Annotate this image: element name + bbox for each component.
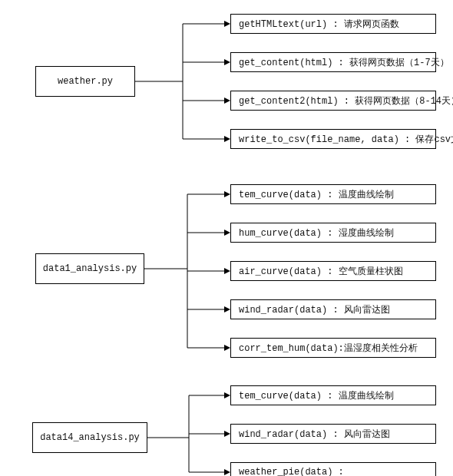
func-box-get_content2: get_content2(html) : 获得网页数据（8-14天）: [230, 91, 436, 111]
func-box-air_curve: air_curve(data) : 空气质量柱状图: [230, 261, 436, 281]
func-label: get_content(html) : 获得网页数据（1-7天）: [239, 56, 449, 69]
file-label: weather.py: [58, 76, 113, 87]
svg-marker-21: [224, 345, 230, 351]
svg-marker-29: [224, 469, 230, 475]
func-box-corr_tem_hum: corr_tem_hum(data):温湿度相关性分析: [230, 338, 436, 358]
func-label: write_to_csv(file_name, data) : 保存csv文件: [239, 133, 453, 146]
func-box-wind_radar1: wind_radar(data) : 风向雷达图: [230, 299, 436, 319]
svg-marker-25: [224, 392, 230, 398]
func-box-getHTMLtext: getHTMLtext(url) : 请求网页函数: [230, 14, 436, 34]
func-label: wind_radar(data) : 风向雷达图: [239, 303, 390, 316]
file-label: data14_analysis.py: [40, 432, 140, 443]
svg-marker-17: [224, 268, 230, 274]
func-label: hum_curve(data) : 湿度曲线绘制: [239, 226, 394, 240]
func-box-tem_curve14: tem_curve(data) : 温度曲线绘制: [230, 385, 436, 405]
svg-marker-13: [224, 191, 230, 197]
func-box-write_to_csv: write_to_csv(file_name, data) : 保存csv文件: [230, 129, 436, 149]
func-box-hum_curve: hum_curve(data) : 湿度曲线绘制: [230, 223, 436, 243]
file-box-weather: weather.py: [35, 66, 135, 97]
func-label: wind_radar(data) : 风向雷达图: [239, 428, 390, 441]
func-label: tem_curve(data) : 温度曲线绘制: [239, 188, 394, 201]
svg-marker-9: [224, 136, 230, 142]
svg-marker-15: [224, 230, 230, 236]
file-box-data1: data1_analysis.py: [35, 253, 144, 284]
func-label: corr_tem_hum(data):温湿度相关性分析: [239, 342, 418, 355]
svg-marker-27: [224, 431, 230, 437]
func-label: get_content2(html) : 获得网页数据（8-14天）: [239, 94, 453, 107]
func-box-wind_radar14: wind_radar(data) : 风向雷达图: [230, 424, 436, 444]
svg-marker-19: [224, 306, 230, 312]
func-label: weather_pie(data) :: [239, 467, 344, 476]
svg-marker-5: [224, 59, 230, 65]
file-box-data14: data14_analysis.py: [32, 422, 147, 453]
func-label: tem_curve(data) : 温度曲线绘制: [239, 389, 394, 402]
func-box-get_content: get_content(html) : 获得网页数据（1-7天）: [230, 52, 436, 72]
func-box-weather_pie: weather_pie(data) :: [230, 462, 436, 476]
func-box-tem_curve1: tem_curve(data) : 温度曲线绘制: [230, 184, 436, 204]
func-label: air_curve(data) : 空气质量柱状图: [239, 265, 403, 278]
file-label: data1_analysis.py: [43, 263, 137, 274]
svg-marker-7: [224, 98, 230, 104]
svg-marker-3: [224, 21, 230, 27]
func-label: getHTMLtext(url) : 请求网页函数: [239, 18, 399, 31]
